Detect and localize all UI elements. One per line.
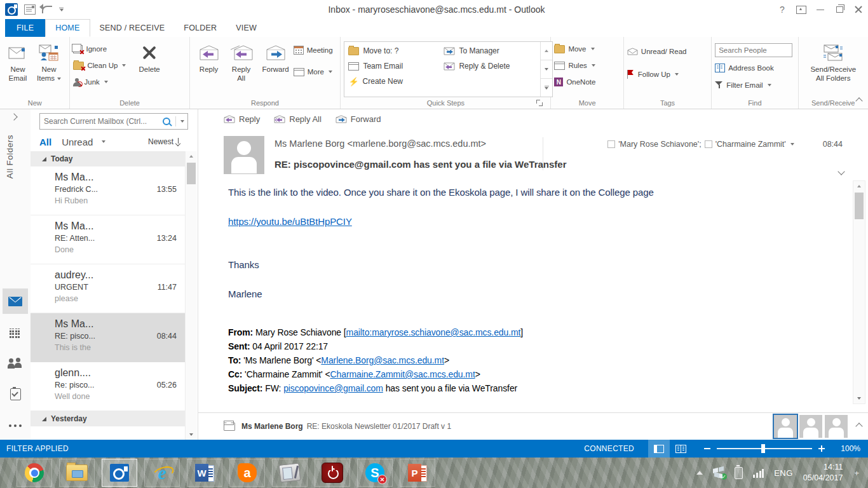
tab-view[interactable]: VIEW xyxy=(226,19,266,37)
normal-view-button[interactable] xyxy=(648,440,670,458)
more-respond-button[interactable]: More xyxy=(294,65,333,78)
next-message-peek[interactable]: Ms Marlene Borg RE: Ekoskola Newsletter … xyxy=(198,412,868,440)
network-signal-icon[interactable] xyxy=(753,468,764,478)
contact-avatar[interactable] xyxy=(825,415,848,438)
send-receive-all-folders-button[interactable]: Send/Receive All Folders xyxy=(806,39,860,97)
close-button[interactable] xyxy=(849,2,868,17)
recipient-checkbox[interactable] xyxy=(607,140,615,148)
youtube-link[interactable]: https://youtu.be/uBtBtHpPCIY xyxy=(228,216,352,227)
expand-people-pane-icon[interactable] xyxy=(855,423,862,430)
taskbar-internet-explorer-button[interactable]: e xyxy=(144,459,180,487)
help-button[interactable]: ? xyxy=(773,2,792,17)
customize-qat-icon[interactable] xyxy=(58,8,64,11)
recipient-name[interactable]: 'Mary Rose Schiavone'; xyxy=(618,140,702,149)
message-list-scrollbar[interactable] xyxy=(185,151,197,440)
message-list-item[interactable]: glenn.... Re: pisco...05:26 Well done xyxy=(31,362,186,411)
search-mailbox-input[interactable] xyxy=(40,117,163,126)
language-indicator[interactable]: ENG xyxy=(774,468,793,478)
sender-address[interactable]: Ms Marlene Borg <marlene.borg@sac.mcs.ed… xyxy=(275,139,486,149)
recipients-dropdown-icon[interactable] xyxy=(790,143,794,146)
filter-dropdown-icon[interactable] xyxy=(102,140,105,143)
quick-step-move-to[interactable]: Move to: ? xyxy=(347,46,442,55)
new-items-button[interactable]: New Items xyxy=(32,39,65,97)
mailto-link[interactable]: mailto:maryrose.schiavone@sac.mcs.edu.mt xyxy=(346,327,521,337)
show-hidden-icons-button[interactable] xyxy=(696,471,703,475)
group-header-today[interactable]: Today xyxy=(31,151,186,166)
nav-more-button[interactable] xyxy=(0,413,31,438)
zoom-out-icon[interactable] xyxy=(704,448,710,449)
ribbon-display-options-button[interactable] xyxy=(792,2,811,17)
undo-icon[interactable] xyxy=(42,6,52,13)
taskbar-phone-tool-button[interactable] xyxy=(272,459,308,487)
nav-calendar-button[interactable] xyxy=(0,320,31,346)
sort-by-newest[interactable]: Newest xyxy=(148,137,180,146)
unread-read-button[interactable]: Unread/ Read xyxy=(627,45,687,58)
recipient-name[interactable]: 'Charmaine Zammit' xyxy=(715,140,786,149)
delete-button[interactable]: Delete xyxy=(134,39,164,97)
message-list-item[interactable]: audrey... URGENT11:47 please xyxy=(31,264,186,313)
meeting-button[interactable]: Meeting xyxy=(294,44,333,57)
quick-step-to-manager[interactable]: To Manager xyxy=(442,46,538,55)
filter-email-button[interactable]: Filter Email xyxy=(715,79,792,92)
reading-pane-scrollbar[interactable] xyxy=(853,180,865,404)
zoom-slider-thumb[interactable] xyxy=(761,444,765,453)
rules-button[interactable]: Rules xyxy=(554,59,595,72)
desktop-peek-button[interactable]: + xyxy=(853,468,859,478)
message-list-item[interactable]: Ms Ma... RE: Atten...13:24 Done xyxy=(31,215,186,264)
tab-folder[interactable]: FOLDER xyxy=(174,19,226,37)
search-scope-dropdown[interactable] xyxy=(176,120,187,123)
reply-all-button[interactable]: Reply All xyxy=(225,39,258,97)
message-list-item-selected[interactable]: Ms Ma... RE: pisco...08:44 This is the xyxy=(31,313,186,362)
taskbar-powerpoint-button[interactable]: P xyxy=(400,459,435,487)
quick-step-reply-delete[interactable]: Reply & Delete xyxy=(442,62,538,71)
zoom-in-icon[interactable] xyxy=(818,445,825,452)
address-book-button[interactable]: Address Book xyxy=(715,62,792,74)
nav-mail-button[interactable] xyxy=(3,288,28,314)
onenote-button[interactable]: N OneNote xyxy=(554,76,595,88)
taskbar-power-app-button[interactable] xyxy=(315,459,350,487)
nav-people-button[interactable] xyxy=(0,351,31,376)
new-email-button[interactable]: New Email xyxy=(3,39,32,97)
mailto-link[interactable]: Charmaine.Zammit@sac.mcs.edu.mt xyxy=(330,369,475,379)
reply-button[interactable]: Reply xyxy=(193,39,225,97)
tab-send-receive[interactable]: SEND / RECEIVE xyxy=(90,19,175,37)
quick-step-create-new[interactable]: ⚡ Create New xyxy=(347,77,442,86)
battery-icon[interactable] xyxy=(735,467,743,479)
filter-unread-tab[interactable]: Unread xyxy=(62,137,93,147)
taskbar-skype-button[interactable]: S✕ xyxy=(357,459,393,487)
quick-step-team-email[interactable]: Team Email xyxy=(347,62,442,71)
expand-folder-pane-icon[interactable] xyxy=(10,113,17,120)
follow-up-button[interactable]: Follow Up xyxy=(627,68,687,81)
minimize-button[interactable] xyxy=(811,2,830,17)
all-folders-label[interactable]: All Folders xyxy=(5,135,15,179)
taskbar-word-button[interactable]: W xyxy=(187,459,222,487)
forward-button[interactable]: Forward xyxy=(258,39,294,97)
taskbar-outlook-button[interactable] xyxy=(102,459,137,487)
dropbox-tray-icon[interactable]: ✓ xyxy=(713,468,724,478)
mailto-link[interactable]: Marlene.Borg@sac.mcs.edu.mt xyxy=(321,355,444,365)
tab-file[interactable]: FILE xyxy=(5,19,45,37)
contact-avatar[interactable] xyxy=(774,415,797,438)
send-receive-icon[interactable] xyxy=(24,4,36,15)
clock[interactable]: 14:11 05/04/2017 xyxy=(803,462,843,484)
junk-button[interactable]: Junk xyxy=(73,76,134,88)
search-people-input[interactable] xyxy=(715,43,792,57)
ignore-button[interactable]: Ignore xyxy=(73,43,134,55)
forward-inline-button[interactable]: Forward xyxy=(336,114,381,124)
move-button[interactable]: Move xyxy=(554,43,595,55)
message-list-item[interactable]: Ms Ma... Fredrick C...13:55 Hi Ruben xyxy=(31,166,186,215)
sender-avatar[interactable] xyxy=(224,136,264,174)
filter-all-tab[interactable]: All xyxy=(39,137,51,147)
taskbar-file-explorer-button[interactable] xyxy=(59,459,95,487)
quick-steps-dialog-launcher-icon[interactable] xyxy=(536,99,543,107)
reply-all-inline-button[interactable]: Reply All xyxy=(274,114,322,124)
expand-header-icon[interactable] xyxy=(837,168,844,175)
recipient-checkbox[interactable] xyxy=(705,140,712,148)
contact-avatar[interactable] xyxy=(799,415,822,438)
clean-up-button[interactable]: Clean Up xyxy=(73,59,134,72)
group-header-yesterday[interactable]: Yesterday xyxy=(31,411,186,426)
zoom-level[interactable]: 100% xyxy=(834,444,868,453)
reading-view-button[interactable] xyxy=(670,440,691,458)
taskbar-avast-button[interactable]: a xyxy=(229,459,265,487)
taskbar-chrome-button[interactable] xyxy=(17,459,52,487)
